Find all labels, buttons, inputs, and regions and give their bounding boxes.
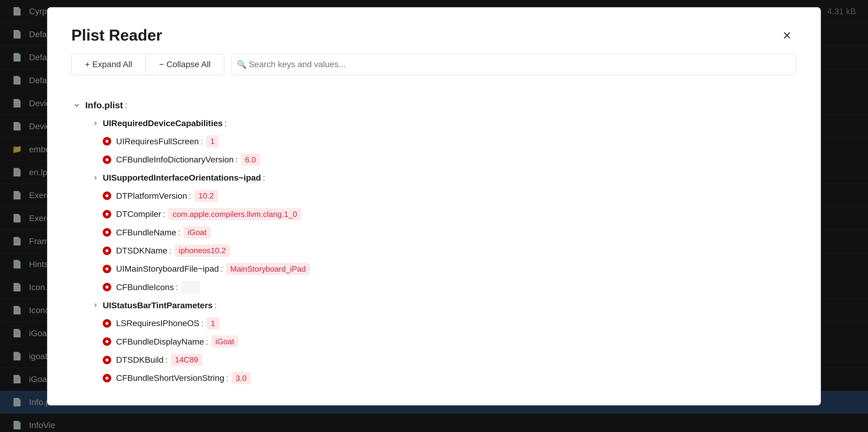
tree-row-CFBundleName: CFBundleName : iGoat: [71, 223, 797, 241]
key-CFBundleDisplayName: CFBundleDisplayName: [116, 336, 204, 348]
plist-reader-modal: Plist Reader × + Expand All − Collapse A…: [47, 7, 821, 405]
modal-overlay: Plist Reader × + Expand All − Collapse A…: [0, 0, 868, 432]
tree-row-UIRequiredDeviceCapabilities: UIRequiredDeviceCapabilities :: [71, 114, 797, 132]
search-icon: 🔍: [237, 60, 247, 69]
bullet-icon: [103, 228, 111, 237]
key-UIRequiresFullScreen: UIRequiresFullScreen: [116, 136, 199, 147]
bullet-icon: [103, 283, 111, 291]
key-DTPlatformVersion: DTPlatformVersion: [116, 190, 187, 202]
tree-row-UISupportedInterfaceOrientations: UISupportedInterfaceOrientations~ipad :: [71, 169, 797, 186]
bullet-icon: [103, 155, 111, 164]
bullet-icon: [103, 247, 111, 255]
colon: :: [226, 372, 228, 384]
colon: :: [165, 354, 168, 366]
key-UISupportedInterfaceOrientations: UISupportedInterfaceOrientations~ipad: [103, 172, 261, 184]
value-CFBundleName: iGoat: [183, 226, 211, 238]
key-DTSDKBuild: DTSDKBuild: [116, 354, 163, 366]
bullet-icon: [103, 192, 111, 200]
bullet-icon: [103, 210, 111, 219]
colon: :: [178, 227, 180, 238]
root-key-label: Info.plist: [85, 100, 123, 110]
close-button[interactable]: ×: [777, 25, 797, 45]
tree-row-CFBundleDisplayName: CFBundleDisplayName : iGoat: [71, 333, 797, 351]
bullet-icon: [103, 319, 111, 328]
key-UIRequiredDeviceCapabilities: UIRequiredDeviceCapabilities: [103, 117, 223, 129]
colon: :: [236, 154, 238, 166]
value-DTCompiler: com.apple.compilers.llvm.clang.1_0: [168, 208, 301, 220]
tree-row-DTPlatformVersion: DTPlatformVersion : 10.2: [71, 186, 797, 205]
tree-row-UIStatusBarTintParameters: UIStatusBarTintParameters :: [71, 296, 797, 314]
key-CFBundleName: CFBundleName: [116, 227, 176, 238]
value-DTSDKBuild: 14C89: [171, 354, 203, 366]
search-container: 🔍: [231, 54, 797, 75]
bullet-icon: [103, 265, 111, 273]
value-UIRequiresFullScreen: 1: [206, 135, 219, 147]
root-colon: :: [125, 100, 127, 110]
value-CFBundleDisplayName: iGoat: [211, 336, 239, 348]
tree-row-DTCompiler: DTCompiler : com.apple.compilers.llvm.cl…: [71, 205, 797, 223]
modal-title: Plist Reader: [71, 26, 162, 44]
colon: :: [206, 336, 208, 348]
colon: :: [221, 263, 223, 275]
value-DTSDKName: iphoneos10.2: [175, 244, 230, 257]
value-CFBundleInfoDictionaryVersion: 6.0: [241, 154, 260, 166]
value-CFBundleIcons: [181, 281, 200, 293]
key-UIStatusBarTintParameters: UIStatusBarTintParameters: [103, 299, 213, 311]
search-input[interactable]: [231, 54, 797, 75]
tree-row-DTSDKBuild: DTSDKBuild : 14C89: [71, 351, 797, 369]
chevron-right-icon[interactable]: [91, 119, 100, 128]
chevron-right-icon-3[interactable]: [91, 300, 100, 310]
colon: :: [201, 317, 204, 329]
key-DTCompiler: DTCompiler: [116, 208, 161, 220]
root-chevron-down-icon[interactable]: [71, 100, 82, 111]
bullet-icon: [103, 374, 111, 382]
modal-header: Plist Reader ×: [47, 7, 821, 54]
colon: :: [176, 281, 178, 293]
colon: :: [263, 172, 266, 184]
bullet-icon: [103, 137, 111, 145]
colon: :: [215, 299, 217, 311]
value-DTPlatformVersion: 10.2: [194, 190, 218, 202]
collapse-all-button[interactable]: − Collapse All: [145, 54, 224, 75]
value-CFBundleShortVersionString: 3.0: [231, 372, 251, 384]
toolbar: + Expand All − Collapse All 🔍: [47, 54, 821, 87]
key-LSRequiresIPhoneOS: LSRequiresIPhoneOS: [116, 317, 199, 329]
colon: :: [201, 136, 203, 147]
tree-row-CFBundleIcons: CFBundleIcons :: [71, 278, 797, 296]
colon: :: [189, 190, 191, 202]
value-LSRequiresIPhoneOS: 1: [207, 317, 219, 329]
colon: :: [224, 117, 227, 129]
tree-row-CFBundleShortVersionString: CFBundleShortVersionString : 3.0: [71, 369, 797, 387]
colon: :: [163, 208, 165, 220]
bullet-icon: [103, 337, 111, 346]
key-UIMainStoryboardFile: UIMainStoryboardFile~ipad: [116, 263, 219, 275]
colon: :: [169, 245, 172, 257]
tree-row-DTSDKName: DTSDKName : iphoneos10.2: [71, 241, 797, 260]
key-CFBundleIcons: CFBundleIcons: [116, 281, 174, 293]
expand-all-button[interactable]: + Expand All: [71, 54, 145, 75]
tree-row-UIRequiresFullScreen: UIRequiresFullScreen : 1: [71, 132, 797, 150]
chevron-right-icon-2[interactable]: [91, 173, 100, 183]
value-UIMainStoryboardFile: MainStoryboard_iPad: [226, 263, 310, 275]
key-DTSDKName: DTSDKName: [116, 245, 167, 257]
key-CFBundleInfoDictionaryVersion: CFBundleInfoDictionaryVersion: [116, 154, 234, 166]
bullet-icon: [103, 356, 111, 364]
key-CFBundleShortVersionString: CFBundleShortVersionString: [116, 372, 224, 384]
tree-row-CFBundleInfoDictionaryVersion: CFBundleInfoDictionaryVersion : 6.0: [71, 151, 797, 169]
modal-content: Info.plist : UIRequiredDeviceCapabilitie…: [47, 87, 821, 405]
root-node: Info.plist :: [71, 96, 797, 114]
tree-row-UIMainStoryboardFile: UIMainStoryboardFile~ipad : MainStoryboa…: [71, 260, 797, 278]
tree-row-LSRequiresIPhoneOS: LSRequiresIPhoneOS : 1: [71, 314, 797, 333]
